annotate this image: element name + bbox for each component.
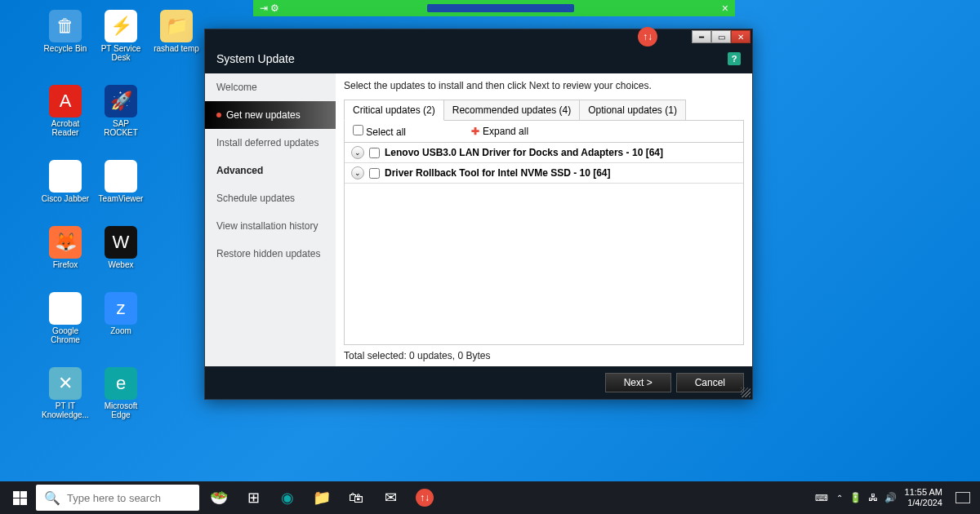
desktop-icon[interactable]: 🗑Recycle Bin [39, 10, 91, 62]
icon-label: PT Service Desk [95, 44, 147, 62]
chevron-down-icon[interactable]: ⌄ [351, 146, 364, 159]
taskbar-store-icon[interactable]: 🛍 [340, 481, 372, 514]
desktop: 🗑Recycle Bin⚡PT Service Desk📁rashad temp… [39, 10, 203, 419]
network-icon[interactable]: 🖧 [868, 492, 878, 503]
desktop-icon[interactable]: zZoom [95, 292, 147, 344]
update-list: ⌄Lenovo USB3.0 LAN Driver for Docks and … [344, 143, 744, 345]
update-name: Lenovo USB3.0 LAN Driver for Docks and A… [385, 147, 663, 158]
app-icon: 📁 [160, 10, 193, 42]
sidebar-item-schedule[interactable]: Schedule updates [205, 184, 336, 212]
icon-label: SAP ROCKET [95, 119, 147, 137]
desktop-icon[interactable]: ↔TeamViewer [95, 160, 147, 203]
maximize-button[interactable]: ▭ [711, 30, 731, 43]
select-all-text: Select all [366, 126, 406, 138]
desktop-icon[interactable]: eMicrosoft Edge [95, 367, 147, 419]
desktop-icon[interactable]: ◐Cisco Jabber [39, 160, 91, 203]
window-footer: Next > Cancel [205, 366, 752, 399]
clock[interactable]: 11:55 AM 1/4/2024 [905, 487, 942, 508]
pinned-apps: 🥗 ⊞ ◉ 📁 🛍 ✉ ↑↓ [203, 481, 441, 514]
app-icon: e [105, 367, 137, 400]
select-all-label[interactable]: Select all [353, 125, 406, 138]
update-name: Driver Rollback Tool for Intel NVMe SSD … [385, 167, 611, 179]
close-button[interactable]: ✕ [731, 30, 751, 43]
desktop-icon[interactable]: WWebex [95, 226, 147, 269]
plus-icon: ✚ [471, 126, 479, 137]
desktop-icon[interactable]: 🚀SAP ROCKET [95, 85, 147, 137]
update-checkbox[interactable] [369, 168, 380, 179]
battery-icon[interactable]: 🔋 [849, 492, 862, 503]
session-close-icon[interactable]: × [722, 2, 728, 15]
list-controls: Select all ✚Expand all [344, 121, 744, 143]
tab-recommended[interactable]: Recommended updates (4) [443, 100, 580, 120]
desktop-icon[interactable]: 🦊Firefox [39, 226, 91, 269]
expand-all-text: Expand all [483, 126, 528, 137]
tab-critical[interactable]: Critical updates (2) [344, 100, 444, 121]
icon-label: Recycle Bin [44, 44, 87, 53]
volume-icon[interactable]: 🔊 [884, 492, 897, 503]
app-icon: W [105, 226, 137, 259]
minimize-button[interactable]: ━ [692, 30, 711, 43]
select-all-checkbox[interactable] [353, 125, 363, 135]
icon-label: PT IT Knowledge... [39, 401, 91, 419]
taskbar-explorer-icon[interactable]: 📁 [305, 481, 338, 514]
taskbar-update-icon[interactable]: ↑↓ [408, 481, 441, 514]
tray-icons[interactable]: ⌃ 🔋 🖧 🔊 [836, 492, 897, 503]
resize-grip-icon[interactable] [741, 388, 751, 397]
desktop-icon[interactable]: 📁rashad temp [150, 10, 203, 62]
sidebar-heading-advanced: Advanced [205, 157, 336, 184]
session-id-redacted [427, 4, 574, 12]
sidebar-item-restore[interactable]: Restore hidden updates [205, 240, 336, 268]
icon-label: Acrobat Reader [39, 119, 91, 137]
app-icon: A [49, 85, 82, 117]
taskbar-app-generic[interactable]: 🥗 [203, 481, 235, 514]
sidebar-item-history[interactable]: View installation history [205, 212, 336, 240]
icon-label: Google Chrome [39, 326, 91, 344]
app-icon: 🚀 [105, 85, 137, 117]
system-tray: ⌨ ⌃ 🔋 🖧 🔊 11:55 AM 1/4/2024 [815, 487, 977, 508]
desktop-icon[interactable]: ◉Google Chrome [39, 292, 91, 344]
icon-label: rashad temp [154, 44, 199, 53]
update-row: ⌄Driver Rollback Tool for Intel NVMe SSD… [345, 163, 743, 184]
taskbar: 🔍 🥗 ⊞ ◉ 📁 🛍 ✉ ↑↓ ⌨ ⌃ 🔋 🖧 🔊 11:55 AM 1/4/… [0, 481, 980, 514]
app-icon: ✕ [49, 367, 82, 400]
time-text: 11:55 AM [905, 487, 942, 498]
sidebar-item-get-updates[interactable]: Get new updates [205, 101, 336, 129]
help-icon[interactable]: ? [728, 52, 741, 65]
taskbar-mail-icon[interactable]: ✉ [374, 481, 407, 514]
icon-label: Cisco Jabber [42, 194, 89, 203]
app-icon: ⚡ [105, 10, 137, 42]
search-input[interactable] [67, 492, 191, 504]
update-badge-icon: ↑↓ [638, 27, 657, 47]
desktop-icon[interactable]: AAcrobat Reader [39, 85, 91, 137]
sidebar-item-label: Get new updates [226, 109, 301, 121]
window-titlebar[interactable]: ↑↓ ━ ▭ ✕ [205, 29, 752, 44]
expand-all-button[interactable]: ✚Expand all [471, 126, 528, 137]
touch-keyboard-icon[interactable]: ⌨ [815, 493, 828, 503]
tab-optional[interactable]: Optional updates (1) [579, 100, 686, 120]
tray-overflow-icon[interactable]: ⌃ [836, 494, 843, 503]
system-update-window: ↑↓ ━ ▭ ✕ System Update ? Welcome Get new… [204, 29, 753, 400]
action-center-icon[interactable] [956, 492, 970, 503]
update-row: ⌄Lenovo USB3.0 LAN Driver for Docks and … [345, 143, 743, 163]
date-text: 1/4/2024 [905, 498, 942, 508]
next-button[interactable]: Next > [605, 373, 671, 392]
cancel-button[interactable]: Cancel [676, 373, 744, 392]
window-header: System Update ? [205, 44, 752, 73]
session-pin-icons[interactable]: ⇥ ⚙ [260, 2, 279, 14]
remote-session-bar: ⇥ ⚙ × [253, 0, 735, 16]
icon-label: Microsoft Edge [95, 401, 147, 419]
start-button[interactable] [3, 481, 36, 514]
app-icon: ◐ [49, 160, 82, 193]
taskbar-search[interactable]: 🔍 [36, 485, 199, 511]
update-checkbox[interactable] [369, 148, 380, 158]
desktop-icon[interactable]: ⚡PT Service Desk [95, 10, 147, 62]
task-view-icon[interactable]: ⊞ [237, 481, 270, 514]
sidebar-item-welcome[interactable]: Welcome [205, 73, 336, 101]
icon-label: Firefox [53, 260, 78, 269]
desktop-icon[interactable]: ✕PT IT Knowledge... [39, 367, 91, 419]
sidebar-item-deferred[interactable]: Install deferred updates [205, 129, 336, 157]
window-title: System Update [216, 52, 295, 65]
windows-logo-icon [13, 491, 27, 505]
chevron-down-icon[interactable]: ⌄ [351, 166, 364, 179]
taskbar-edge-icon[interactable]: ◉ [271, 481, 304, 514]
